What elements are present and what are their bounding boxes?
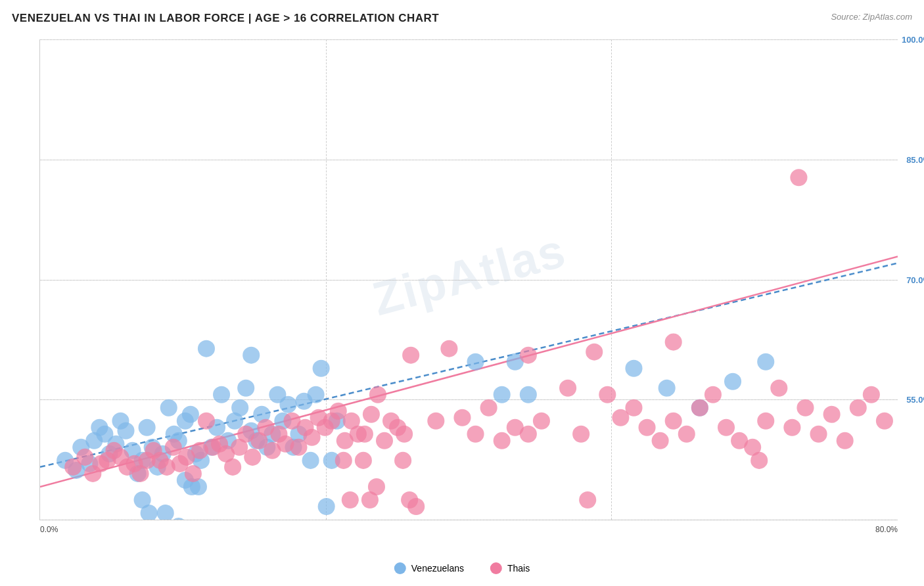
svg-point-12 [117, 422, 134, 440]
svg-point-148 [797, 399, 814, 417]
y-label-55: 55.0% [906, 395, 924, 405]
svg-point-114 [363, 406, 380, 423]
svg-point-135 [625, 399, 642, 417]
svg-point-122 [440, 340, 457, 357]
svg-point-159 [335, 452, 352, 469]
svg-point-153 [863, 386, 880, 403]
svg-point-53 [170, 518, 187, 520]
svg-point-121 [427, 413, 444, 430]
svg-point-52 [157, 505, 174, 520]
svg-point-125 [480, 399, 497, 417]
svg-point-116 [376, 432, 393, 449]
svg-point-149 [810, 426, 827, 443]
svg-point-113 [356, 426, 373, 443]
svg-point-34 [237, 380, 254, 397]
svg-point-49 [318, 498, 335, 515]
svg-point-145 [757, 413, 774, 430]
svg-point-142 [718, 419, 735, 436]
svg-point-136 [638, 419, 655, 436]
svg-point-129 [533, 413, 550, 430]
svg-point-165 [751, 452, 768, 469]
bottom-legend-color-venezuelans [394, 562, 406, 574]
svg-point-120 [402, 347, 419, 364]
svg-point-61 [467, 353, 484, 371]
svg-point-89 [198, 413, 215, 430]
svg-point-69 [757, 353, 774, 371]
plot-area: ZipAtlas 100.0% 85.0% 70.0% 55.0% 0.0% 8… [39, 39, 898, 520]
svg-point-147 [783, 419, 800, 436]
svg-point-20 [160, 399, 177, 417]
svg-point-139 [678, 426, 695, 443]
svg-point-56 [134, 491, 151, 508]
svg-point-164 [579, 491, 596, 508]
svg-point-66 [658, 380, 676, 397]
y-label-85: 85.0% [906, 154, 924, 164]
svg-point-156 [355, 452, 372, 469]
source-text: Source: ZipAtlas.com [831, 12, 912, 22]
svg-point-24 [182, 406, 199, 423]
svg-point-150 [823, 406, 841, 423]
svg-point-123 [453, 409, 471, 426]
svg-point-163 [407, 498, 425, 515]
svg-point-132 [586, 344, 603, 361]
x-label-0: 0.0% [40, 525, 58, 534]
svg-point-131 [572, 426, 589, 443]
svg-point-140 [691, 399, 708, 417]
svg-point-48 [313, 360, 330, 377]
chart-container: VENEZUELAN VS THAI IN LABOR FORCE | AGE … [0, 0, 924, 586]
svg-point-152 [850, 399, 867, 417]
svg-point-68 [724, 373, 741, 390]
svg-point-47 [308, 386, 325, 403]
y-label-70: 70.0% [906, 275, 924, 284]
svg-point-46 [302, 452, 319, 469]
svg-point-133 [599, 386, 616, 403]
svg-point-166 [665, 334, 682, 351]
svg-point-42 [279, 396, 296, 413]
svg-point-96 [244, 449, 261, 466]
bottom-legend-thais: Thais [490, 562, 530, 574]
svg-point-138 [665, 413, 682, 430]
svg-point-33 [231, 399, 248, 417]
svg-point-27 [198, 340, 215, 357]
x-label-80: 80.0% [875, 525, 898, 534]
gridline-h-100 [40, 520, 898, 520]
svg-point-128 [520, 426, 537, 443]
chart-title: VENEZUELAN VS THAI IN LABOR FORCE | AGE … [12, 12, 439, 25]
bottom-legend-venezuelans: Venezuelans [394, 562, 464, 574]
bottom-legend: Venezuelans Thais [394, 562, 530, 574]
svg-point-160 [342, 491, 359, 508]
svg-point-16 [139, 419, 156, 436]
svg-point-141 [705, 386, 722, 403]
svg-point-167 [520, 347, 537, 364]
svg-point-60 [243, 347, 260, 364]
svg-point-115 [369, 386, 386, 403]
svg-point-126 [494, 432, 511, 449]
y-label-100: 100.0% [902, 35, 924, 45]
svg-point-65 [625, 360, 642, 377]
svg-point-137 [652, 432, 669, 449]
svg-point-30 [213, 386, 230, 403]
svg-point-151 [837, 432, 854, 449]
svg-point-71 [76, 449, 93, 466]
svg-point-161 [394, 452, 411, 469]
svg-point-155 [790, 169, 807, 186]
svg-point-146 [770, 380, 787, 397]
svg-point-158 [368, 478, 385, 495]
svg-point-119 [396, 426, 413, 443]
svg-point-93 [224, 459, 241, 476]
bottom-legend-label-thais: Thais [507, 563, 530, 574]
svg-point-62 [494, 386, 511, 403]
svg-point-154 [876, 413, 893, 430]
svg-point-130 [559, 380, 576, 397]
scatter-svg [40, 39, 898, 520]
svg-point-87 [185, 465, 202, 482]
bottom-legend-color-thais [490, 562, 502, 574]
svg-point-64 [520, 386, 537, 403]
bottom-legend-label-venezuelans: Venezuelans [411, 563, 464, 574]
svg-point-124 [467, 426, 484, 443]
